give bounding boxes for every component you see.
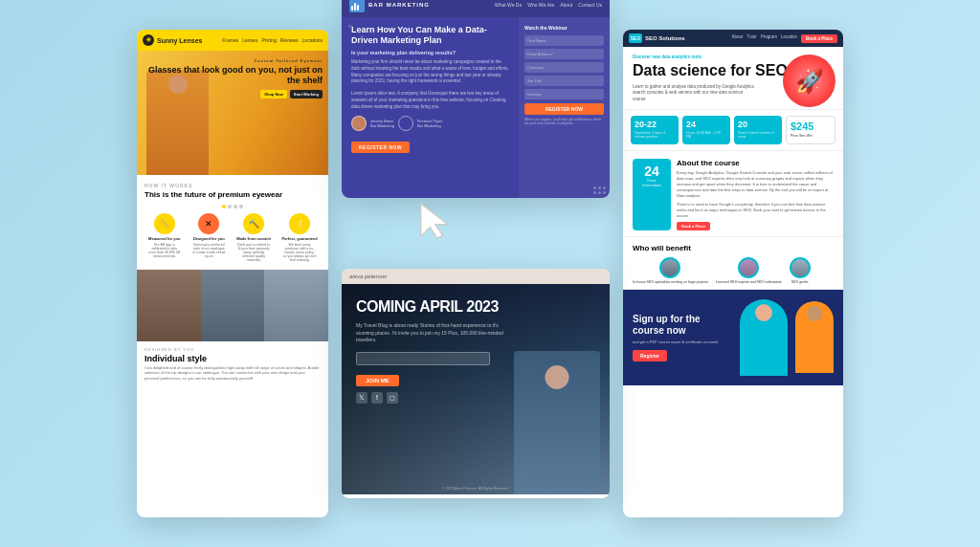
p2-dot-deco-5 bbox=[598, 191, 601, 194]
p2-header: BAR MARKETING What We Do Who We Are Abou… bbox=[342, 0, 610, 17]
p3-social: 𝕏 f ◻ bbox=[356, 392, 595, 404]
p3-instagram-icon[interactable]: ◻ bbox=[387, 392, 398, 404]
p4-benefit-item-1: In-house SEO specialists working on larg… bbox=[633, 257, 708, 284]
p2-submit-btn[interactable]: REGISTER NOW bbox=[524, 103, 604, 115]
p4-rocket-icon: 🚀 bbox=[783, 55, 835, 107]
p2-body-text: Marketing your firm should never be abou… bbox=[351, 59, 509, 85]
p2-speaker1-info: Jeremy Bavis Bar Marketing bbox=[370, 119, 394, 128]
p3-facebook-icon[interactable]: f bbox=[371, 392, 383, 404]
p2-headline: Learn How You Can Make a Data-Driven Mar… bbox=[351, 25, 509, 47]
p1-icon-measured: 📏 Measured for you Our AR app is calibra… bbox=[147, 213, 181, 262]
p2-speaker2-info: Florence Flynn Bar Marketing bbox=[417, 119, 442, 128]
p4-benefit-avatar-1 bbox=[659, 257, 680, 278]
p4-stat-dates-value: 20-22 bbox=[635, 120, 675, 129]
p1-photos bbox=[137, 270, 328, 341]
p4-stats: 20-22 September 3 days of intense practi… bbox=[623, 110, 843, 151]
p1-hero-headline: Glasses that look good on you, not just … bbox=[137, 65, 323, 86]
p1-made-label: Made from scratch bbox=[236, 236, 271, 241]
p3-join-btn[interactable]: JOIN ME bbox=[356, 375, 399, 386]
p2-field-industry[interactable]: Industry bbox=[524, 89, 604, 99]
p4-stat-price: $245 Price See offer bbox=[786, 116, 835, 144]
p4-signup: Sign up for the course now and get a PDF… bbox=[623, 290, 843, 385]
p4-about-inner: 24 Hours Intermediate About the course E… bbox=[633, 159, 834, 230]
p2-register-btn[interactable]: REGISTER NOW bbox=[351, 142, 410, 153]
p4-signup-btn[interactable]: Register bbox=[633, 350, 667, 361]
p1-nav-locations[interactable]: Locations bbox=[302, 37, 323, 43]
p4-person1-body bbox=[740, 299, 788, 376]
p1-nav-pricing[interactable]: Pricing bbox=[261, 37, 276, 43]
p4-stat-seats: 20 Seats Limited number of seats bbox=[734, 116, 782, 144]
p2-nav-contact[interactable]: Contact Us bbox=[578, 2, 602, 8]
p4-signup-sub: and get a PDF course report & certificat… bbox=[633, 339, 732, 345]
p1-made-icon: 🔨 bbox=[243, 213, 264, 234]
p4-nav-book-btn[interactable]: Book a Place bbox=[801, 34, 837, 43]
p4-about: 24 Hours Intermediate About the course E… bbox=[623, 151, 843, 237]
p4-logo-text: SEO Solutions bbox=[645, 35, 685, 41]
p2-speaker1-title: Bar Marketing bbox=[370, 123, 394, 128]
p3-twitter-icon[interactable]: 𝕏 bbox=[356, 392, 368, 404]
p1-nav-lenses[interactable]: Lenses bbox=[242, 37, 257, 43]
p2-dot-deco-4 bbox=[593, 191, 596, 194]
p1-made-desc: Each pair is crafted to fit your face pr… bbox=[237, 243, 271, 262]
p2-field-email[interactable]: Email Address* bbox=[524, 49, 604, 59]
p2-body: + Learn How You Can Make a Data-Driven M… bbox=[342, 17, 610, 198]
p1-measured-icon: 📏 bbox=[154, 213, 175, 234]
p1-perfect-desc: We back every purchase with a no-hassle … bbox=[283, 243, 317, 262]
p2-right: Watch the Webinar First Name Email Addre… bbox=[519, 17, 610, 198]
p3-headline: COMING APRIL 2023 bbox=[356, 298, 595, 316]
p2-nav-about[interactable]: About bbox=[560, 2, 572, 8]
panel-bar-marketing: BAR MARKETING What We Do Who We Are Abou… bbox=[342, 0, 610, 198]
p4-stat-price-value: $245 bbox=[791, 121, 831, 132]
p4-benefit-label-3: SEO geeks bbox=[791, 280, 809, 284]
p1-howitworks-section: HOW IT WORKS This is the future of premi… bbox=[137, 175, 328, 270]
p4-stat-hours-value: 24 bbox=[686, 120, 726, 129]
p2-left: + Learn How You Can Make a Data-Driven M… bbox=[342, 17, 519, 198]
p1-nav-reviews[interactable]: Reviews bbox=[280, 37, 299, 43]
p2-field-firstname[interactable]: First Name bbox=[524, 35, 604, 46]
p4-benefit-item-3: SEO geeks bbox=[790, 257, 811, 284]
p4-nav-about[interactable]: About bbox=[732, 34, 744, 43]
p2-speaker2-title: Bar Marketing bbox=[417, 123, 442, 128]
p4-benefit-item-2: Licensed SEO experts and SEO enthusiasts bbox=[716, 257, 782, 284]
svg-marker-0 bbox=[421, 203, 449, 237]
p1-shop-btn[interactable]: Shop Now bbox=[260, 90, 287, 98]
p1-nav-frames[interactable]: Frames bbox=[222, 37, 238, 43]
p1-individual: DESIGNED BY YOU Individual style I am de… bbox=[137, 341, 328, 387]
p2-field-company[interactable]: Company bbox=[524, 62, 604, 73]
p4-benefit: Who will benefit In-house SEO specialist… bbox=[623, 237, 843, 290]
p4-signup-text: Sign up for the course now and get a PDF… bbox=[633, 314, 732, 361]
p1-icon-made: 🔨 Made from scratch Each pair is crafted… bbox=[236, 213, 271, 262]
p4-stat-hours-label: Hours 10:00 AM – 5:00 PM bbox=[686, 131, 726, 140]
p1-icons-row: 📏 Measured for you Our AR app is calibra… bbox=[145, 213, 321, 262]
p4-about-box: 24 Hours Intermediate bbox=[633, 159, 671, 230]
p4-about-book-btn[interactable]: Book a Place bbox=[677, 222, 710, 230]
p1-logo-text: Sunny Lenses bbox=[157, 37, 202, 44]
p1-individual-text: I am delighted and of course firmly dist… bbox=[145, 365, 321, 382]
p4-person1-head bbox=[755, 304, 772, 321]
p1-howitworks-label: HOW IT WORKS bbox=[145, 183, 321, 188]
p2-body-text2: Lorem ipsum dolor text. A company that D… bbox=[351, 91, 509, 110]
p1-measured-label: Measured for you bbox=[148, 236, 180, 241]
p4-about-body: Every day, Google Analytics, Google Sear… bbox=[677, 170, 834, 199]
p4-nav-tutor[interactable]: Tutor bbox=[746, 34, 756, 43]
p4-about-text: About the course Every day, Google Analy… bbox=[677, 159, 834, 230]
p1-dot-3 bbox=[234, 205, 237, 208]
cursor-icon bbox=[418, 202, 452, 240]
p2-field-jobtitle[interactable]: Job Title bbox=[524, 76, 604, 86]
p1-photo-3 bbox=[264, 270, 328, 341]
p2-watch-label: Watch the Webinar bbox=[524, 25, 604, 31]
p4-signup-person1 bbox=[740, 299, 788, 376]
p1-header: ☀ Sunny Lenses Frames Lenses Pricing Rev… bbox=[137, 30, 328, 51]
p4-signup-person2 bbox=[795, 301, 834, 373]
p2-speakers: Jeremy Bavis Bar Marketing Florence Flyn… bbox=[351, 116, 509, 131]
p3-email-input[interactable] bbox=[356, 352, 490, 365]
sun-icon: ☀ bbox=[143, 34, 154, 46]
p1-measured-desc: Our AR app is calibrated to take more th… bbox=[147, 243, 181, 258]
p4-nav-program[interactable]: Program bbox=[761, 34, 777, 43]
p1-start-btn[interactable]: Start Working bbox=[290, 90, 323, 98]
p3-description: My Travel Blog is about really Stories o… bbox=[356, 322, 509, 344]
p2-nav-who[interactable]: Who We Are bbox=[527, 2, 554, 8]
p2-nav-what[interactable]: What We Do bbox=[495, 2, 522, 8]
p4-about-body2: There's no need to have Google's complex… bbox=[677, 202, 834, 219]
p4-nav-location[interactable]: Location bbox=[781, 34, 797, 43]
